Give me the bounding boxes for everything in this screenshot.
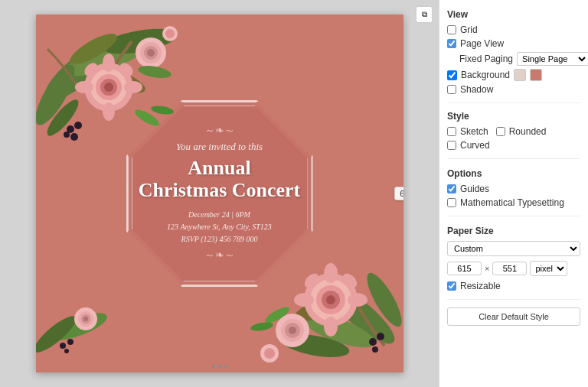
clear-default-style-button[interactable]: Clear Default Style xyxy=(447,307,580,326)
fixed-paging-label: Fixed Paging xyxy=(459,54,513,64)
paper-size-select[interactable]: Custom A4 Letter Legal xyxy=(447,241,580,256)
canvas-toolbar: ⧉ xyxy=(416,6,433,23)
svg-point-53 xyxy=(369,338,377,346)
shadow-checkbox[interactable] xyxy=(447,85,456,94)
math-typesetting-label: Mathematical Typesetting xyxy=(460,197,564,208)
svg-point-26 xyxy=(74,122,82,129)
scroll-indicator xyxy=(212,365,227,368)
background-swatch-color[interactable] xyxy=(530,69,542,81)
resizable-row: Resizable xyxy=(447,281,580,291)
svg-point-22 xyxy=(165,29,175,38)
background-row: Background xyxy=(447,69,580,81)
guides-checkbox[interactable] xyxy=(447,184,456,194)
sketch-label: Sketch xyxy=(460,126,488,137)
divider-1 xyxy=(447,102,580,103)
divider-4 xyxy=(447,299,580,300)
divider-2 xyxy=(447,158,580,159)
svg-point-20 xyxy=(147,49,155,57)
guides-label: Guides xyxy=(460,184,489,194)
floral-top-left xyxy=(36,15,208,179)
background-swatch-img[interactable] xyxy=(514,69,526,81)
canvas-wrapper: ～❧～ You are invited to this Annual Chris… xyxy=(36,15,403,372)
math-typesetting-row: Mathematical Typesetting xyxy=(447,197,580,208)
svg-point-54 xyxy=(377,333,384,340)
svg-point-10 xyxy=(104,83,113,92)
paper-size-title: Paper Size xyxy=(447,226,580,236)
rounded-checkbox[interactable] xyxy=(496,127,505,136)
grid-row: Grid xyxy=(447,24,580,35)
page-view-checkbox[interactable] xyxy=(447,39,456,48)
svg-point-63 xyxy=(83,317,88,321)
size-badge: 615 × 551 xyxy=(394,187,403,200)
floral-bottom-left xyxy=(36,288,124,365)
grid-label: Grid xyxy=(460,24,478,35)
svg-point-50 xyxy=(289,327,296,334)
svg-point-30 xyxy=(150,104,174,115)
curved-label: Curved xyxy=(460,140,490,151)
svg-point-41 xyxy=(294,293,314,307)
invitation-card: ～❧～ You are invited to this Annual Chris… xyxy=(36,15,403,372)
curved-row: Curved xyxy=(447,140,580,151)
height-input[interactable] xyxy=(492,262,527,275)
copy-button[interactable]: ⧉ xyxy=(416,6,433,23)
guides-row: Guides xyxy=(447,184,580,194)
scroll-dot-1 xyxy=(212,365,215,368)
fixed-paging-row: Fixed Paging Single Page Facing Pages Al… xyxy=(459,52,580,66)
svg-point-12 xyxy=(124,81,142,93)
svg-point-66 xyxy=(64,349,69,353)
rounded-label: Rounded xyxy=(509,126,547,137)
svg-point-11 xyxy=(75,81,93,93)
background-label: Background xyxy=(461,70,510,80)
resizable-checkbox[interactable] xyxy=(447,281,456,291)
svg-point-13 xyxy=(103,54,115,72)
sketch-checkbox[interactable] xyxy=(447,127,456,136)
svg-point-14 xyxy=(103,102,115,121)
sketch-row: Sketch xyxy=(447,126,488,137)
divider-3 xyxy=(447,216,580,216)
svg-point-64 xyxy=(60,343,66,349)
shadow-label: Shadow xyxy=(460,84,493,95)
svg-point-28 xyxy=(64,132,70,138)
svg-point-44 xyxy=(324,317,338,337)
dimensions-row: × pixel mm inch xyxy=(447,261,580,276)
svg-point-52 xyxy=(264,348,275,359)
shadow-row: Shadow xyxy=(447,84,580,95)
svg-point-43 xyxy=(324,263,338,283)
math-typesetting-checkbox[interactable] xyxy=(447,198,456,207)
svg-point-55 xyxy=(372,346,378,353)
view-section-title: View xyxy=(447,9,580,20)
paper-size-section: Paper Size Custom A4 Letter Legal × pixe… xyxy=(447,223,580,294)
scroll-dot-3 xyxy=(224,365,227,368)
rounded-row: Rounded xyxy=(496,126,547,137)
options-section: Options Guides Mathematical Typesetting xyxy=(447,165,580,211)
svg-point-27 xyxy=(70,133,78,141)
svg-point-65 xyxy=(67,339,74,345)
resizable-label: Resizable xyxy=(460,281,501,291)
scroll-dot-2 xyxy=(218,365,221,368)
curved-checkbox[interactable] xyxy=(447,141,456,150)
fixed-paging-select[interactable]: Single Page Facing Pages All Pages xyxy=(517,52,588,66)
page-view-label: Page View xyxy=(460,38,504,49)
svg-point-40 xyxy=(326,295,335,304)
dim-separator: × xyxy=(485,264,489,273)
right-panel: View Grid Page View Fixed Paging Single … xyxy=(439,0,588,387)
background-checkbox[interactable] xyxy=(447,70,457,80)
title-line2: Christmas Concert xyxy=(136,180,304,202)
width-input[interactable] xyxy=(447,262,482,275)
options-section-title: Options xyxy=(447,168,580,179)
canvas-area: ⧉ xyxy=(0,0,439,387)
floral-bottom-right xyxy=(239,216,403,372)
style-section-title: Style xyxy=(447,111,580,122)
grid-checkbox[interactable] xyxy=(447,25,456,34)
svg-point-42 xyxy=(348,293,368,307)
style-row-1: Sketch Rounded xyxy=(447,126,580,137)
unit-select[interactable]: pixel mm inch xyxy=(530,261,567,276)
page-view-row: Page View xyxy=(447,38,580,49)
